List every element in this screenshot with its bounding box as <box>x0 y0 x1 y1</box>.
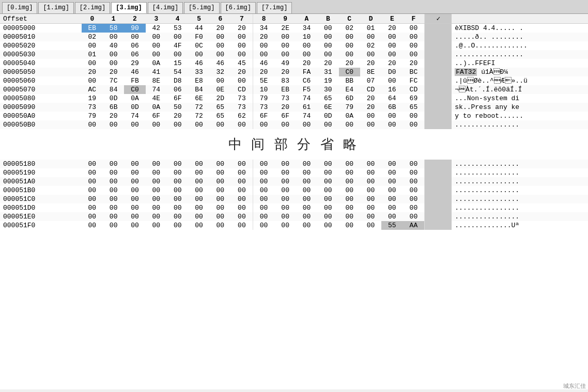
cell-byte: F5 <box>296 85 317 94</box>
cell-byte: 20 <box>253 33 274 41</box>
tab-4[interactable]: [4.img] <box>148 2 183 13</box>
cell-ascii: ................ <box>452 212 588 221</box>
cell-byte: 00 <box>253 212 274 221</box>
cell-byte: 46 <box>188 59 209 68</box>
cell-byte: 00 <box>253 203 274 212</box>
table-row: 000050100200000000F000002000100000000000… <box>0 33 588 41</box>
cell-check <box>425 24 452 33</box>
header-col-3: 3 <box>146 14 167 24</box>
cell-byte: 00 <box>82 120 103 129</box>
cell-byte: 00 <box>317 195 338 203</box>
cell-byte: 00 <box>403 41 425 50</box>
tab-3[interactable]: [3.img] <box>111 2 146 13</box>
cell-byte: 00 <box>403 203 425 212</box>
header-col-4: 4 <box>167 14 188 24</box>
tab-6[interactable]: [6.img] <box>221 2 256 13</box>
cell-byte: AA <box>403 221 425 230</box>
cell-offset: 000051A0 <box>0 177 82 186</box>
cell-byte: 00 <box>103 59 124 68</box>
cell-byte: 00 <box>274 212 296 221</box>
cell-byte: 00 <box>231 177 253 186</box>
cell-check <box>425 177 452 186</box>
cell-check <box>425 203 452 212</box>
cell-byte: 20 <box>103 112 124 120</box>
cell-byte: 6B <box>103 103 124 112</box>
header-col-d: D <box>360 14 381 24</box>
header-col-2: 2 <box>124 14 145 24</box>
cell-byte: 00 <box>210 160 231 168</box>
cell-byte: 00 <box>274 177 296 186</box>
cell-byte: 6F <box>167 94 188 103</box>
table-row: 00005090736B0D0A507265737320616E79206B65… <box>0 103 588 112</box>
cell-byte: 07 <box>360 76 381 85</box>
cell-check <box>425 85 452 94</box>
cell-byte: 00 <box>403 177 425 186</box>
cell-byte: 00 <box>146 41 167 50</box>
cell-byte: 00 <box>210 168 231 177</box>
cell-byte: 00 <box>231 33 253 41</box>
cell-byte: 00 <box>231 120 253 129</box>
cell-byte: CD <box>231 85 253 94</box>
cell-byte: 00 <box>253 168 274 177</box>
tab-5[interactable]: [5.img] <box>184 2 219 13</box>
cell-byte: 74 <box>146 85 167 94</box>
cell-byte: 00 <box>274 120 296 129</box>
cell-byte: 00 <box>339 195 360 203</box>
cell-byte: 00 <box>231 160 253 168</box>
table-row: 0000503001000600000000000000000000000000… <box>0 50 588 59</box>
cell-byte: EB <box>274 85 296 94</box>
cell-check <box>425 50 452 59</box>
cell-byte: 19 <box>317 76 338 85</box>
cell-byte: 00 <box>403 112 425 120</box>
cell-byte: 4F <box>167 41 188 50</box>
cell-byte: 00 <box>296 195 317 203</box>
cell-offset: 00005020 <box>0 41 82 50</box>
header-col-f: F <box>403 14 425 24</box>
cell-byte: 02 <box>360 41 381 50</box>
tab-0[interactable]: [0.img] <box>2 2 37 13</box>
table-row: 00005020004006004F0C00000000000000020000… <box>0 41 588 50</box>
cell-ascii: ..............Uª <box>452 221 588 230</box>
cell-byte: 00 <box>231 203 253 212</box>
cell-byte: FB <box>124 76 145 85</box>
cell-byte: 00 <box>296 221 317 230</box>
cell-offset: 00005060 <box>0 76 82 85</box>
cell-byte: 00 <box>360 177 381 186</box>
cell-byte: 00 <box>317 50 338 59</box>
cell-byte: 00 <box>360 50 381 59</box>
cell-byte: 00 <box>167 195 188 203</box>
cell-check <box>425 221 452 230</box>
cell-byte: 00 <box>82 195 103 203</box>
cell-byte: 00 <box>188 120 209 129</box>
table-row: 000051C000000000000000000000000000000000… <box>0 195 588 203</box>
cell-byte: 00 <box>82 212 103 221</box>
table-row: 000051B000000000000000000000000000000000… <box>0 186 588 195</box>
tab-1[interactable]: [1.img] <box>38 2 73 13</box>
cell-check <box>425 33 452 41</box>
cell-byte: 6D <box>339 94 360 103</box>
cell-byte: 4E <box>146 94 167 103</box>
cell-byte: 00 <box>317 177 338 186</box>
cell-byte: 00 <box>317 221 338 230</box>
cell-byte: 6F <box>146 112 167 120</box>
cell-byte: 00 <box>210 50 231 59</box>
cell-ascii: sk..Press any ke <box>452 103 588 112</box>
cell-offset: 000051D0 <box>0 203 82 212</box>
cell-byte: 20 <box>381 24 403 33</box>
cell-byte: 00 <box>167 186 188 195</box>
cell-byte: 00 <box>210 41 231 50</box>
tab-2[interactable]: [2.img] <box>75 2 110 13</box>
table-row: 00005000EB58904253442020342E340002012000… <box>0 24 588 33</box>
cell-byte: 00 <box>167 33 188 41</box>
cell-byte: 00 <box>231 195 253 203</box>
cell-byte: 00 <box>403 120 425 129</box>
cell-byte: 84 <box>103 85 124 94</box>
cell-check <box>425 68 452 76</box>
cell-byte: 00 <box>210 177 231 186</box>
cell-byte: 00 <box>381 160 403 168</box>
cell-byte: 40 <box>103 41 124 50</box>
tab-7[interactable]: [7.img] <box>257 2 292 13</box>
cell-byte: 00 <box>231 76 253 85</box>
cell-ascii: FAT32 ú1ÀÐ¼ <box>452 68 588 76</box>
cell-byte: 00 <box>124 177 145 186</box>
